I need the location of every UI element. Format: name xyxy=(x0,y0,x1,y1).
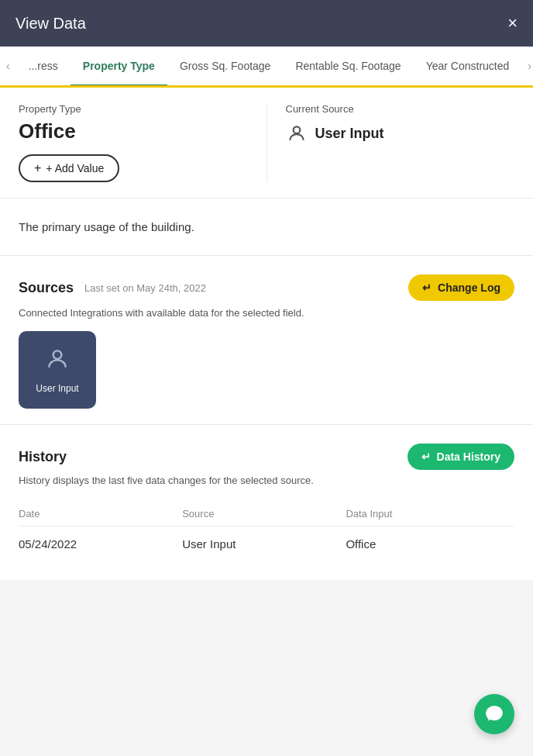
history-section: History ↵ Data History History displays … xyxy=(0,425,533,580)
change-log-button[interactable]: ↵ Change Log xyxy=(408,274,514,301)
history-table-header-row: Date Source Data Input xyxy=(19,502,514,526)
sources-title-group: Sources Last set on May 24th, 2022 xyxy=(19,280,206,296)
tab-prev-arrow[interactable]: ‹ xyxy=(0,47,16,85)
change-log-icon: ↵ xyxy=(422,281,432,294)
current-source-label: Current Source xyxy=(286,103,515,115)
source-text: User Input xyxy=(315,126,384,142)
header: View Data × xyxy=(0,0,533,47)
data-history-button[interactable]: ↵ Data History xyxy=(407,444,514,470)
change-log-label: Change Log xyxy=(438,281,500,294)
history-table: Date Source Data Input 05/24/2022 User I… xyxy=(19,502,514,561)
property-type-value: Office xyxy=(19,119,248,143)
tab-year-constructed[interactable]: Year Constructed xyxy=(414,47,522,85)
source-value: User Input xyxy=(286,123,515,144)
tab-next-arrow[interactable]: › xyxy=(521,47,533,85)
property-left: Property Type Office + + Add Value xyxy=(19,103,267,182)
col-header-data-input: Data Input xyxy=(346,502,514,526)
sources-date: Last set on May 24th, 2022 xyxy=(84,282,206,294)
person-icon xyxy=(286,123,308,144)
chat-button[interactable] xyxy=(474,694,514,734)
data-history-label: Data History xyxy=(437,450,500,463)
tab-property-type[interactable]: Property Type xyxy=(70,48,167,87)
add-value-label: + Add Value xyxy=(46,162,104,174)
tab-rentable-sq-footage[interactable]: Rentable Sq. Footage xyxy=(283,47,413,85)
property-type-label: Property Type xyxy=(19,103,248,115)
sources-title: Sources xyxy=(19,280,74,296)
data-history-icon: ↵ xyxy=(421,450,431,463)
history-title: History xyxy=(19,449,67,465)
chat-icon xyxy=(484,704,504,724)
svg-point-0 xyxy=(293,126,300,133)
user-input-card-label: User Input xyxy=(36,383,78,394)
property-right: Current Source User Input xyxy=(267,103,515,182)
history-subtitle: History displays the last five data chan… xyxy=(19,475,514,486)
page-title: View Data xyxy=(15,15,86,33)
col-header-source: Source xyxy=(182,502,346,526)
cell-data-input: Office xyxy=(346,526,514,562)
description-section: The primary usage of the building. xyxy=(0,198,533,256)
cell-date: 05/24/2022 xyxy=(19,526,182,562)
history-header: History ↵ Data History xyxy=(19,444,514,470)
sources-subtitle: Connected Integrations with available da… xyxy=(19,307,514,319)
main-content: Property Type Office + + Add Value Curre… xyxy=(0,88,533,580)
close-button[interactable]: × xyxy=(507,15,518,32)
cell-source: User Input xyxy=(182,526,346,562)
tab-address[interactable]: ...ress xyxy=(16,47,70,85)
user-input-card[interactable]: User Input xyxy=(19,331,96,409)
description-text: The primary usage of the building. xyxy=(19,220,194,233)
add-value-button[interactable]: + + Add Value xyxy=(19,154,119,182)
svg-point-1 xyxy=(53,350,62,359)
user-input-card-icon xyxy=(45,347,70,377)
plus-icon: + xyxy=(34,161,41,175)
sources-header: Sources Last set on May 24th, 2022 ↵ Cha… xyxy=(19,274,514,301)
tab-bar: ‹ ...ress Property Type Gross Sq. Footag… xyxy=(0,47,533,88)
col-header-date: Date xyxy=(19,502,182,526)
property-section: Property Type Office + + Add Value Curre… xyxy=(0,88,533,198)
sources-section: Sources Last set on May 24th, 2022 ↵ Cha… xyxy=(0,256,533,425)
tab-gross-sq-footage[interactable]: Gross Sq. Footage xyxy=(167,47,284,85)
table-row: 05/24/2022 User Input Office xyxy=(19,526,514,562)
